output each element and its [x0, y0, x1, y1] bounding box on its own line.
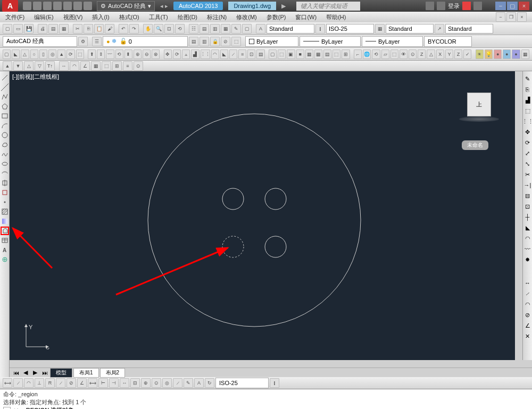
join-icon[interactable]: ┼: [523, 213, 532, 221]
dim-edit-icon[interactable]: ✎: [184, 378, 193, 388]
gradient-icon[interactable]: [1, 217, 9, 226]
properties-icon[interactable]: ☷: [189, 24, 198, 34]
save-icon[interactable]: [43, 2, 52, 10]
menu-format[interactable]: 格式(O): [119, 13, 139, 21]
sweep-icon[interactable]: 〰: [106, 49, 114, 59]
3darray-icon[interactable]: ⋮⋮: [201, 49, 210, 59]
rotate-icon[interactable]: ⟳: [523, 138, 532, 147]
workspace-combo[interactable]: AutoCAD 经典: [3, 36, 77, 47]
layer-states-icon[interactable]: ▤: [189, 37, 198, 46]
workspace-selector[interactable]: ⚙ AutoCAD 经典 ▾: [97, 1, 155, 11]
pyramid-icon[interactable]: ▲: [57, 49, 65, 59]
ucs-origin-icon[interactable]: ⊙: [409, 49, 417, 59]
tab-model[interactable]: 模型: [50, 368, 72, 378]
new-file-icon[interactable]: ▢: [3, 24, 12, 34]
mleaderstyle-icon[interactable]: ↗: [435, 24, 444, 34]
conceptual-icon[interactable]: ▦: [305, 49, 313, 59]
layer-manager-icon[interactable]: ☰: [92, 37, 102, 46]
tab-layout1[interactable]: 布局1: [73, 368, 99, 378]
dim-linear-icon[interactable]: ⟷: [3, 378, 12, 388]
redo-icon[interactable]: [84, 2, 92, 10]
ucs-view-icon[interactable]: 👁: [400, 49, 408, 59]
sketchy-icon[interactable]: ⬚: [332, 49, 340, 59]
mirror-icon[interactable]: ▟: [523, 96, 532, 104]
hatch-icon[interactable]: [1, 207, 9, 216]
light-icon[interactable]: 💡: [485, 49, 493, 59]
thicken-icon[interactable]: ≡: [238, 49, 246, 59]
torus-icon[interactable]: ◎: [48, 49, 56, 59]
shaded-edge-icon[interactable]: ▤: [323, 49, 331, 59]
draworder-under-icon[interactable]: ▽: [35, 61, 44, 71]
doc-close-button[interactable]: ×: [517, 12, 527, 22]
id-icon[interactable]: ⊙: [134, 61, 143, 71]
align-constraint-icon[interactable]: ⟋: [523, 289, 532, 298]
tolerance-icon[interactable]: ⊕: [141, 378, 151, 388]
radius-measure-icon[interactable]: ◠: [70, 61, 79, 71]
delete-constraint-icon[interactable]: ✕: [523, 332, 532, 340]
ucs-3pt-icon[interactable]: △: [427, 49, 435, 59]
union-icon[interactable]: ⊕: [134, 49, 142, 59]
offset-icon[interactable]: ⬚: [523, 106, 532, 115]
dim-arc-icon[interactable]: ◠: [24, 378, 34, 388]
revcloud-icon[interactable]: [1, 140, 9, 149]
table-style-dropdown[interactable]: Standard: [386, 24, 434, 34]
3drotate-icon[interactable]: ⟳: [173, 49, 181, 59]
infocenter-icon[interactable]: [426, 2, 434, 10]
copy-obj-icon[interactable]: ⎘: [523, 85, 532, 94]
menu-window[interactable]: 窗口(W): [295, 13, 317, 21]
menu-edit[interactable]: 编辑(E): [34, 13, 54, 21]
xray-icon[interactable]: ⊞: [342, 49, 350, 59]
dim-update-icon[interactable]: ↻: [205, 378, 214, 388]
stretch-icon[interactable]: ⤡: [523, 160, 532, 168]
add-selected-icon[interactable]: [1, 255, 9, 264]
3dmove-icon[interactable]: ✥: [164, 49, 172, 59]
menu-view[interactable]: 视图(V): [63, 13, 83, 21]
close-button[interactable]: ×: [519, 2, 529, 10]
radial-constraint-icon[interactable]: ◠: [523, 300, 532, 308]
ucs-face-icon[interactable]: ▱: [381, 49, 389, 59]
cylinder-icon[interactable]: ▯: [39, 49, 47, 59]
angle-constraint-icon[interactable]: ∠: [523, 321, 532, 330]
textstyle-icon[interactable]: A: [256, 24, 265, 34]
box-icon[interactable]: ▢: [3, 49, 11, 59]
polygon-icon[interactable]: [1, 102, 9, 111]
erase-icon[interactable]: ✎: [523, 74, 532, 83]
layer-lock-icon[interactable]: 🔒: [210, 37, 220, 46]
3dwire-icon[interactable]: ⬚: [278, 49, 286, 59]
doc-restore-button[interactable]: ❐: [506, 12, 516, 22]
array-icon[interactable]: ⋮⋮: [523, 117, 532, 126]
mtext-icon[interactable]: A: [1, 246, 9, 254]
open-icon[interactable]: [33, 2, 41, 10]
cone-icon[interactable]: △: [21, 49, 29, 59]
dim-style-manager-icon[interactable]: ⫿: [270, 378, 279, 388]
intersect-icon[interactable]: ⊗: [152, 49, 160, 59]
quickcalc-icon[interactable]: ▢: [242, 24, 252, 34]
render-env-icon[interactable]: ●: [503, 49, 511, 59]
inspection-icon[interactable]: ◎: [162, 378, 172, 388]
user-icon[interactable]: [437, 2, 445, 10]
layer-iso-icon[interactable]: ▥: [200, 37, 209, 46]
make-block-icon[interactable]: [1, 188, 9, 197]
menu-draw[interactable]: 绘图(D): [178, 13, 197, 21]
helix-icon[interactable]: ⟳: [66, 49, 74, 59]
trim-icon[interactable]: ✂: [523, 170, 532, 179]
publish-icon[interactable]: ▦: [59, 24, 69, 34]
tabs-prev-icon[interactable]: ◀: [21, 369, 30, 377]
menu-tools[interactable]: 工具(T): [149, 13, 168, 21]
3dmirror-icon[interactable]: ▟: [191, 49, 199, 59]
horizontal-scrollbar[interactable]: [10, 360, 532, 368]
extrude-icon[interactable]: ⬆: [88, 49, 96, 59]
color-dropdown[interactable]: ByLayer: [245, 36, 298, 47]
copy-icon[interactable]: ⎘: [84, 24, 93, 34]
help-search-input[interactable]: 键入关键字或短语: [296, 2, 360, 11]
sphere-icon[interactable]: ○: [30, 49, 38, 59]
redo-icon[interactable]: ↷: [129, 24, 139, 34]
undo-icon[interactable]: ↶: [119, 24, 128, 34]
fillet-icon[interactable]: ◠: [523, 234, 532, 243]
dimstyle-icon[interactable]: ⫿: [315, 24, 325, 34]
preview-icon[interactable]: ▤: [48, 24, 58, 34]
center-mark-icon[interactable]: ⊙: [152, 378, 161, 388]
plot-icon[interactable]: 🖨: [38, 24, 47, 34]
ellipse-icon[interactable]: [1, 160, 9, 168]
ucs-obj-icon[interactable]: ⬚: [390, 49, 398, 59]
